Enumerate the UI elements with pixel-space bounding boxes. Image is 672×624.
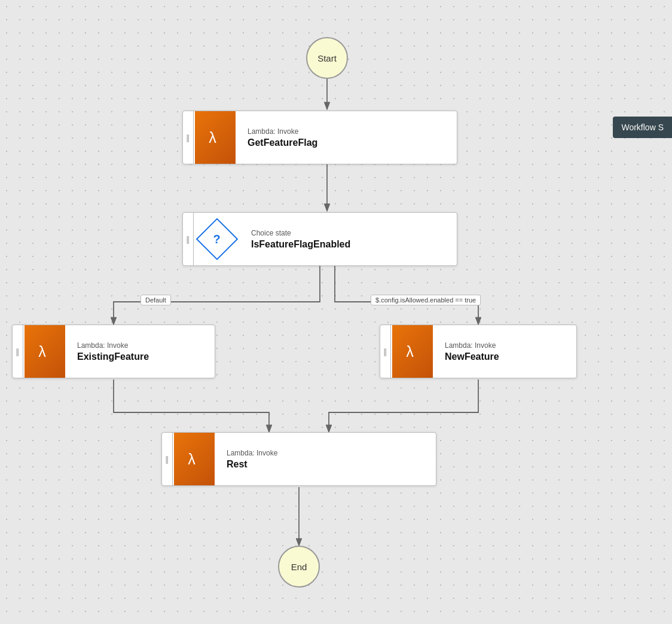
- node-text: Lambda: Invoke Rest: [216, 433, 288, 485]
- node-title: NewFeature: [445, 351, 499, 362]
- lambda-icon: λ: [194, 111, 237, 164]
- existing-feature-node[interactable]: ‖ λ Lambda: Invoke ExistingFeature: [12, 325, 215, 378]
- node-title: Rest: [227, 459, 277, 470]
- node-text: Choice state IsFeatureFlagEnabled: [240, 213, 361, 265]
- svg-text:λ: λ: [406, 343, 414, 360]
- condition-edge-label: $.config.isAllowed.enabled == true: [371, 295, 481, 305]
- node-subtitle: Lambda: Invoke: [248, 127, 317, 136]
- workflow-panel-label: Workflow S: [621, 123, 664, 132]
- node-subtitle: Lambda: Invoke: [445, 341, 499, 350]
- node-handle: ‖: [183, 111, 194, 164]
- node-text: Lambda: Invoke GetFeatureFlag: [237, 111, 328, 164]
- svg-text:λ: λ: [209, 129, 216, 146]
- lambda-icon: λ: [173, 433, 216, 485]
- rest-node[interactable]: ‖ λ Lambda: Invoke Rest: [161, 432, 436, 486]
- node-text: Lambda: Invoke NewFeature: [434, 325, 510, 378]
- workflow-panel: Workflow S: [613, 117, 672, 138]
- default-edge-label: Default: [140, 295, 171, 305]
- get-feature-flag-node[interactable]: ‖ λ Lambda: Invoke GetFeatureFlag: [182, 111, 457, 164]
- node-handle: ‖: [380, 325, 391, 378]
- choice-state-node[interactable]: ‖ ? Choice state IsFeatureFlagEnabled: [182, 212, 457, 266]
- node-handle: ‖: [183, 213, 194, 265]
- node-title: GetFeatureFlag: [248, 137, 317, 148]
- node-title: IsFeatureFlagEnabled: [251, 239, 350, 250]
- start-node: Start: [306, 37, 348, 79]
- lambda-icon: λ: [23, 325, 66, 378]
- end-node: End: [278, 546, 320, 588]
- end-label: End: [291, 562, 307, 572]
- lambda-icon: λ: [391, 325, 434, 378]
- choice-icon: ?: [194, 213, 240, 265]
- node-handle: ‖: [162, 433, 173, 485]
- node-subtitle: Lambda: Invoke: [227, 449, 277, 457]
- new-feature-node[interactable]: ‖ λ Lambda: Invoke NewFeature: [380, 325, 577, 378]
- node-subtitle: Lambda: Invoke: [77, 341, 149, 350]
- node-subtitle: Choice state: [251, 229, 350, 237]
- svg-text:λ: λ: [188, 451, 196, 467]
- start-label: Start: [317, 53, 337, 63]
- svg-text:λ: λ: [38, 343, 46, 360]
- node-title: ExistingFeature: [77, 351, 149, 362]
- node-text: Lambda: Invoke ExistingFeature: [66, 325, 160, 378]
- node-handle: ‖: [13, 325, 23, 378]
